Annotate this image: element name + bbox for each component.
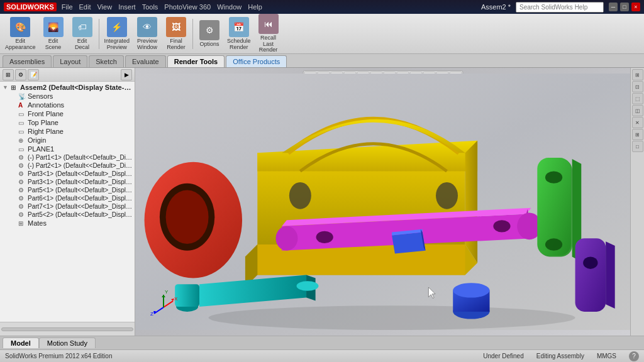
right-icon-6[interactable]: ⊞ [632,129,643,140]
tree-origin[interactable]: ⊕ Origin [0,136,135,145]
tree-top-plane[interactable]: ▭ Top Plane [0,118,135,127]
recall-last-render-button[interactable]: ⏮ RecallLastRender [255,13,282,55]
final-render-button[interactable]: 🖼 FinalRender [162,16,190,52]
tab-assemblies[interactable]: Assemblies [3,55,52,67]
toolbar-separator-1 [99,19,99,49]
edit-scene-icon: 🌄 [43,17,64,37]
preview-window-label: PreviewWindow [137,38,157,51]
tree-sensors[interactable]: 📡 Sensors [0,92,135,101]
tab-motion-study[interactable]: Motion Study [39,337,96,348]
menu-help[interactable]: Help [248,3,262,11]
main-toolbar: 🎨 EditAppearance 🌄 EditScene 🏷 EditDecal… [0,14,644,54]
svg-marker-44 [162,295,165,297]
tree-right-plane[interactable]: ▭ Right Plane [0,127,135,136]
svg-point-26 [545,238,562,250]
final-render-icon: 🖼 [166,17,186,37]
tree-root[interactable]: ▼ ⊞ Assem2 (Default<Display State-1>) [0,83,135,92]
tree-mates[interactable]: ⊞ Mates [0,219,135,228]
options-button[interactable]: ⚙ Options [196,19,223,49]
tab-render-tools[interactable]: Render Tools [167,55,225,67]
feature-tree-panel: ⊞ ⚙ 📝 ▶ ▼ ⊞ Assem2 (Default<Display Stat… [0,68,135,336]
svg-line-40 [164,301,173,307]
recall-last-render-icon: ⏮ [258,14,279,34]
coordinate-axis-indicator: X Y Z [148,285,179,317]
svg-marker-29 [606,241,615,309]
menu-bar: File Edit View Insert Tools PhotoView 36… [62,3,481,11]
toolbar-tabs: Assemblies Layout Sketch Evaluate Render… [0,54,644,68]
status-bar: SolidWorks Premium 2012 x64 Edition Unde… [0,349,644,362]
tree-annotations[interactable]: A Annotations [0,101,135,109]
edit-decal-icon: 🏷 [72,17,92,37]
panel-collapse-button[interactable]: ▶ [121,69,132,80]
search-input[interactable] [516,2,604,13]
right-icon-7[interactable]: □ [632,141,643,152]
svg-point-10 [436,182,458,209]
edit-appearance-icon: 🎨 [10,17,30,37]
preview-window-icon: 👁 [137,17,157,37]
3d-viewport[interactable]: 🔍 🔍 ⊡ ↩ ◉ ⬚ ☰ ⚙ 💡 🎨 ☁ 🔲 [135,68,630,336]
menu-file[interactable]: File [62,3,73,11]
tab-sketch[interactable]: Sketch [89,55,124,67]
panel-scrollbar-area [0,322,135,336]
right-icon-2[interactable]: ⊡ [632,81,643,92]
preview-window-button[interactable]: 👁 PreviewWindow [133,16,161,52]
app-version-text: SolidWorks Premium 2012 x64 Edition [5,353,112,359]
app-logo: SOLIDWORKS [4,3,57,11]
tab-evaluate[interactable]: Evaluate [125,55,166,67]
help-button[interactable]: ? [629,351,639,361]
status-editing: Editing Assembly [536,353,584,359]
assembly-name: Assem2 (Default<Display State-1>) [20,84,132,91]
menu-window[interactable]: Window [217,3,242,11]
menu-insert[interactable]: Insert [118,3,136,11]
tree-part1[interactable]: ⚙ (-) Part1<1> (Default<<Default>_Displa… [0,153,135,162]
maximize-button[interactable]: □ [620,3,629,11]
edit-scene-button[interactable]: 🌄 EditScene [40,16,67,52]
svg-point-4 [166,190,209,244]
integrated-preview-icon: ⚡ [107,17,127,37]
panel-tool-2[interactable]: ⚙ [15,69,26,80]
tab-office-products[interactable]: Office Products [226,55,287,67]
menu-edit[interactable]: Edit [79,3,91,11]
right-icon-3[interactable]: ⬚ [632,93,643,104]
schedule-render-button[interactable]: 📅 ScheduleRender [225,16,253,52]
right-icon-5[interactable]: ✕ [632,117,643,128]
window-controls: ─ □ × [609,3,640,11]
tree-part5b[interactable]: ⚙ Part5<2> (Default<<Default>_Display St… [0,211,135,219]
tree-part6[interactable]: ⚙ Part6<1> (Default<<Default>_Display St… [0,194,135,202]
svg-marker-8 [465,141,477,263]
svg-rect-28 [575,238,606,312]
minimize-button[interactable]: ─ [609,3,618,11]
main-area: ⊞ ⚙ 📝 ▶ ▼ ⊞ Assem2 (Default<Display Stat… [0,68,644,336]
titlebar: SOLIDWORKS File Edit View Insert Tools P… [0,0,644,14]
svg-point-9 [289,182,311,209]
tree-part2[interactable]: ⚙ (-) Part2<1> (Default<<Default>_Displa… [0,162,135,170]
edit-appearance-button[interactable]: 🎨 EditAppearance [3,16,38,52]
view-cube-button[interactable]: ⊞ [632,69,643,80]
panel-tool-1[interactable]: ⊞ [3,69,14,80]
tree-part7[interactable]: ⚙ Part7<1> (Default<<Default>_Display St… [0,202,135,211]
menu-tools[interactable]: Tools [142,3,158,11]
menu-view[interactable]: View [97,3,112,11]
schedule-render-icon: 📅 [229,17,249,37]
integrated-preview-button[interactable]: ⚡ IntegratedPreview [102,16,133,52]
panel-tool-3[interactable]: 📝 [28,69,39,80]
tree-part3b[interactable]: ⚙ Part3<1> (Default<<Default>_Display St… [0,178,135,186]
final-render-label: FinalRender [167,38,186,51]
horizontal-scrollbar[interactable] [1,327,133,331]
tree-plane1[interactable]: ▭ PLANE1 [0,145,135,153]
toolbar-separator-2 [192,19,193,49]
tree-part3[interactable]: ⚙ Part3<1> (Default<<Default>_Display St… [0,170,135,178]
tab-model[interactable]: Model [3,337,39,348]
3d-scene [135,68,630,336]
edit-decal-button[interactable]: 🏷 EditDecal [69,16,96,52]
integrated-preview-label: IntegratedPreview [104,38,130,51]
menu-photoview[interactable]: PhotoView 360 [164,3,211,11]
tree-part5[interactable]: ⚙ Part5<1> (Default<<Default>_Display St… [0,186,135,194]
panel-header: ⊞ ⚙ 📝 ▶ [0,68,135,82]
close-button[interactable]: × [631,3,640,11]
tab-layout[interactable]: Layout [53,55,87,67]
tree-front-plane[interactable]: ▭ Front Plane [0,109,135,118]
right-icon-4[interactable]: ◫ [632,105,643,116]
options-label: Options [200,41,219,48]
svg-point-38 [297,281,319,291]
